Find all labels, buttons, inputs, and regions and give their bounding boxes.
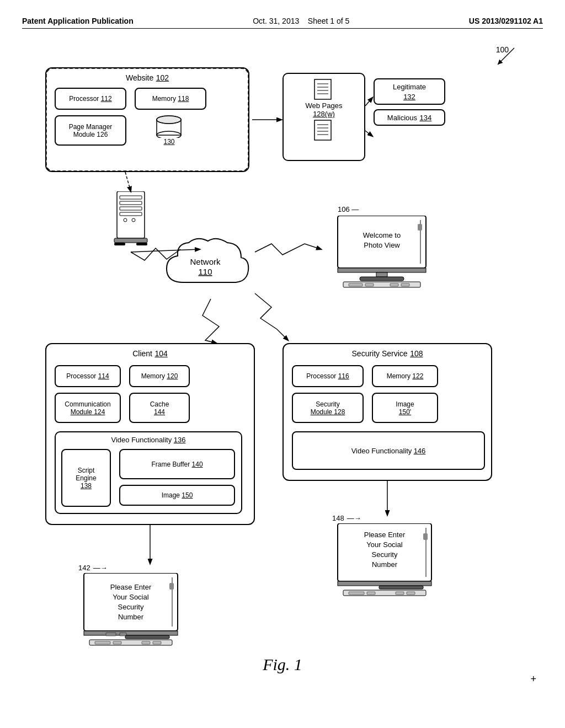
client-video-func-label: Video Functionality 136 [111, 436, 186, 444]
diagram: 100 Website 102 Processor 112 Memory 118 [23, 34, 542, 696]
svg-rect-46 [169, 583, 174, 590]
monitor-106-icon: Welcome to Photo View [332, 216, 443, 293]
web-pages-box: Web Pages 128(w) [282, 73, 365, 161]
security-image-box: Image 150' [372, 393, 438, 423]
svg-rect-16 [120, 196, 142, 199]
website-box: Website 102 Processor 112 Memory 118 Pag… [45, 67, 249, 172]
svg-text:Your Social: Your Social [366, 540, 402, 549]
svg-rect-10 [315, 120, 331, 140]
svg-text:Number: Number [118, 613, 144, 621]
svg-rect-48 [106, 633, 116, 636]
security-video-func-box: Video Functionality 146 [292, 431, 485, 470]
client-comm-box: Communication Module 124 [55, 393, 121, 423]
svg-rect-32 [338, 268, 426, 272]
svg-rect-54 [142, 641, 150, 644]
svg-rect-50 [125, 635, 169, 639]
storage-icon: 130 [148, 115, 190, 146]
network-cloud: Network 110 [156, 233, 255, 299]
client-cache-box: Cache 144 [129, 393, 190, 423]
svg-rect-69 [407, 592, 415, 595]
svg-rect-19 [120, 212, 142, 216]
svg-rect-62 [423, 533, 428, 540]
svg-rect-22 [114, 238, 147, 243]
svg-text:Your Social: Your Social [113, 593, 148, 601]
svg-rect-24 [136, 243, 147, 245]
svg-rect-23 [114, 243, 125, 245]
monitor-106-ref: 106 — [338, 205, 443, 213]
svg-rect-39 [401, 283, 409, 286]
svg-rect-18 [120, 207, 142, 210]
svg-rect-63 [338, 581, 431, 586]
svg-rect-5 [315, 79, 331, 99]
svg-rect-17 [120, 201, 142, 205]
website-processor-box: Processor 112 [55, 88, 126, 110]
client-processor-box: Processor 114 [55, 365, 121, 387]
svg-text:Network: Network [190, 257, 221, 266]
svg-text:Welcome to: Welcome to [363, 231, 401, 239]
server-tower-icon [109, 191, 153, 252]
svg-rect-53 [113, 641, 121, 644]
website-label: Website 102 [126, 73, 169, 83]
svg-line-72 [125, 172, 131, 191]
document-top-icon [312, 78, 337, 100]
svg-rect-64 [379, 586, 423, 589]
security-processor-box: Processor 116 [292, 365, 364, 387]
svg-rect-15 [117, 191, 145, 238]
svg-rect-33 [376, 272, 387, 277]
svg-rect-55 [153, 641, 161, 644]
svg-text:Security: Security [118, 603, 144, 611]
security-memory-box: Memory 122 [372, 365, 438, 387]
svg-line-77 [365, 98, 372, 106]
client-memory-box: Memory 120 [129, 365, 190, 387]
svg-point-20 [124, 218, 127, 222]
header: Patent Application Publication Oct. 31, … [22, 11, 543, 29]
monitor-142-icon: Please Enter Your Social Security Number [78, 573, 200, 656]
svg-text:Please Enter: Please Enter [110, 583, 152, 591]
header-left: Patent Application Publication [22, 17, 134, 25]
client-video-func-box: Video Functionality 136 Script Engine 13… [55, 431, 242, 514]
svg-text:110: 110 [198, 267, 212, 276]
svg-text:Security: Security [372, 550, 398, 559]
security-module-box: Security Module 128 [292, 393, 364, 423]
svg-rect-66 [349, 592, 364, 595]
security-service-label: Security Service 108 [352, 349, 423, 358]
page: Patent Application Publication Oct. 31, … [0, 0, 565, 728]
document-bottom-icon [312, 119, 337, 141]
client-box: Client 104 Processor 114 Memory 120 Comm… [45, 343, 255, 525]
security-service-box: Security Service 108 Processor 116 Memor… [282, 343, 492, 481]
svg-rect-52 [95, 641, 110, 644]
svg-rect-67 [367, 592, 375, 595]
svg-text:Number: Number [372, 560, 398, 569]
monitor-106: 106 — Welcome to Photo View [332, 205, 443, 295]
arrow-100-icon [487, 42, 520, 70]
monitor-148-icon: Please Enter Your Social Security Number [332, 523, 465, 606]
script-engine-box: Script Engine 138 [61, 449, 111, 507]
svg-rect-47 [84, 631, 178, 635]
header-center: Oct. 31, 2013 Sheet 1 of 5 [253, 17, 349, 25]
svg-rect-36 [349, 283, 363, 286]
monitor-148: 148 —→ Please Enter Your Social Security… [332, 514, 465, 608]
svg-rect-38 [390, 283, 398, 286]
svg-point-2 [157, 131, 181, 138]
svg-rect-34 [360, 277, 404, 281]
header-right: US 2013/0291102 A1 [469, 17, 543, 25]
frame-buffer-box: Frame Buffer 140 [119, 449, 235, 479]
svg-rect-40 [84, 573, 178, 631]
svg-text:Photo View: Photo View [364, 241, 400, 249]
monitor-142: 142 —→ Please Enter Your Social Security… [78, 564, 200, 658]
client-image-box: Image 150 [119, 485, 235, 506]
legitimate-box: Legitimate 132 Malicious 134 [374, 78, 445, 126]
page-manager-box: Page Manager Module 126 [55, 115, 126, 146]
fig-label: Fig. 1 [263, 655, 302, 674]
svg-rect-37 [365, 283, 374, 286]
svg-line-78 [365, 131, 372, 136]
svg-text:Please Enter: Please Enter [364, 531, 406, 539]
svg-rect-31 [418, 224, 422, 231]
website-memory-box: Memory 118 [135, 88, 206, 110]
svg-point-3 [157, 116, 181, 124]
client-label: Client 104 [132, 349, 168, 358]
plus-sign: + [530, 673, 536, 685]
svg-rect-68 [396, 592, 404, 595]
svg-point-21 [132, 218, 135, 222]
web-pages-label: Web Pages 128(w) [306, 101, 343, 118]
